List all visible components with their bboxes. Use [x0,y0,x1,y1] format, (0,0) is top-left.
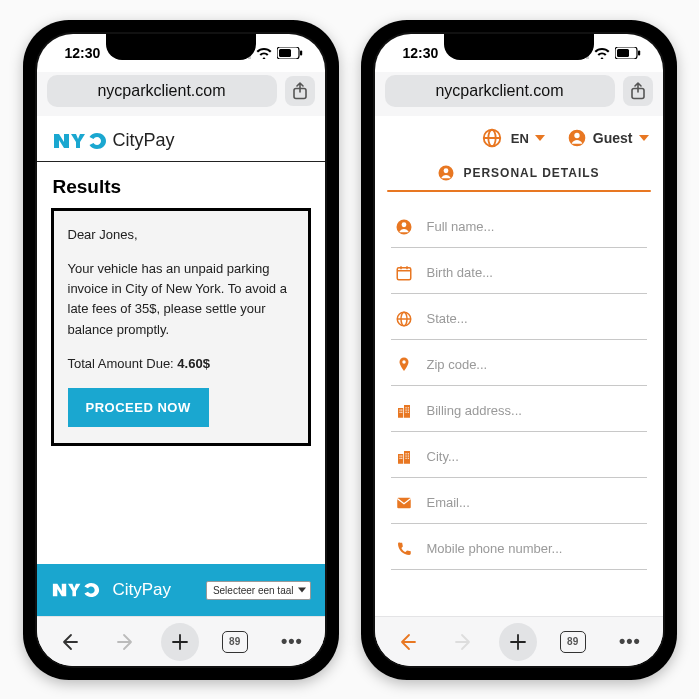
language-dropdown[interactable]: EN [511,131,545,146]
brand-header: CityPay [37,116,325,162]
forward-button[interactable] [104,620,148,664]
form-field [391,340,647,386]
svg-rect-24 [397,267,411,279]
phone-frame-left: 12:30 nycparkclient.com [23,20,339,680]
url-field[interactable]: nycparkclient.com [385,75,615,107]
share-button[interactable] [285,76,315,106]
svg-rect-42 [399,455,400,456]
svg-rect-14 [638,51,640,56]
svg-point-19 [574,133,579,138]
dots-icon: ••• [281,631,303,652]
chevron-down-icon [639,135,649,141]
svg-point-21 [444,168,449,173]
dots-icon: ••• [619,631,641,652]
proceed-button[interactable]: PROCEED NOW [68,388,209,427]
results-heading: Results [37,162,325,208]
svg-rect-47 [407,453,408,454]
svg-rect-46 [405,453,406,454]
menu-button[interactable]: ••• [270,620,314,664]
plus-icon [509,633,527,651]
svg-rect-37 [407,409,408,410]
text-input[interactable] [427,449,645,464]
page-footer: CityPay Selecteer een taal [37,564,325,616]
tabs-count: 89 [560,631,586,653]
invoice-total-line: Total Amount Due: 4.60$ [68,354,294,374]
url-field[interactable]: nycparkclient.com [47,75,277,107]
svg-rect-43 [401,455,402,456]
account-dropdown[interactable]: Guest [567,128,649,148]
forward-button[interactable] [442,620,486,664]
wifi-icon [256,47,272,59]
text-input[interactable] [427,357,645,372]
new-tab-button[interactable] [499,623,537,661]
form-field [391,524,647,570]
text-input[interactable] [427,311,645,326]
svg-rect-38 [405,411,406,412]
tabs-count: 89 [222,631,248,653]
invoice-body: Your vehicle has an unpaid parking invoi… [68,259,294,340]
tabs-button[interactable]: 89 [551,620,595,664]
nyc-logo-footer-icon [51,582,101,598]
person-icon [393,218,415,236]
arrow-right-icon [116,632,136,652]
form-area [375,196,663,616]
tabs-button[interactable]: 89 [213,620,257,664]
globe-icon [393,310,415,328]
page-content-right: EN Guest PERSONAL DETAIL [375,116,663,616]
svg-point-23 [401,222,406,227]
svg-rect-39 [407,411,408,412]
browser-toolbar: 89 ••• [37,616,325,666]
section-title: PERSONAL DETAILS [463,166,599,180]
chevron-down-icon [298,588,306,593]
svg-rect-31 [401,409,402,410]
arrow-left-icon [397,632,417,652]
svg-rect-36 [405,409,406,410]
plus-icon [171,633,189,651]
svg-rect-29 [404,405,410,418]
section-header: PERSONAL DETAILS [375,160,663,190]
text-input[interactable] [427,541,645,556]
svg-rect-34 [405,407,406,408]
language-select[interactable]: Selecteer een taal [206,581,311,600]
chevron-down-icon [535,135,545,141]
form-field [391,294,647,340]
text-input[interactable] [427,403,645,418]
share-button[interactable] [623,76,653,106]
form-field [391,478,647,524]
calendar-icon [393,264,415,282]
form-field [391,386,647,432]
status-time: 12:30 [65,45,101,61]
phone-icon [393,540,415,558]
text-input[interactable] [427,219,645,234]
language-select-label: Selecteer een taal [213,585,294,596]
svg-rect-51 [407,457,408,458]
globe-icon [481,127,503,149]
arrow-right-icon [454,632,474,652]
svg-rect-50 [405,457,406,458]
text-input[interactable] [427,265,645,280]
svg-rect-49 [407,455,408,456]
svg-rect-35 [407,407,408,408]
back-button[interactable] [385,620,429,664]
menu-button[interactable]: ••• [608,620,652,664]
total-due-amount: 4.60$ [177,356,210,371]
battery-icon [615,47,641,59]
notch [106,34,256,60]
svg-rect-6 [300,51,302,56]
svg-point-27 [402,360,405,363]
arrow-left-icon [59,632,79,652]
svg-rect-32 [399,411,400,412]
url-text: nycparkclient.com [97,82,225,100]
page-content-left: CityPay Results Dear Jones, Your vehicle… [37,116,325,616]
svg-rect-5 [279,49,291,57]
building-icon [393,402,415,420]
invoice-card: Dear Jones, Your vehicle has an unpaid p… [51,208,311,446]
new-tab-button[interactable] [161,623,199,661]
total-due-label: Total Amount Due: [68,356,174,371]
phone-frame-right: 12:30 nycparkclient.com [361,20,677,680]
language-label: EN [511,131,529,146]
back-button[interactable] [47,620,91,664]
brand-citypay-text: CityPay [113,130,175,151]
text-input[interactable] [427,495,645,510]
battery-icon [277,47,303,59]
